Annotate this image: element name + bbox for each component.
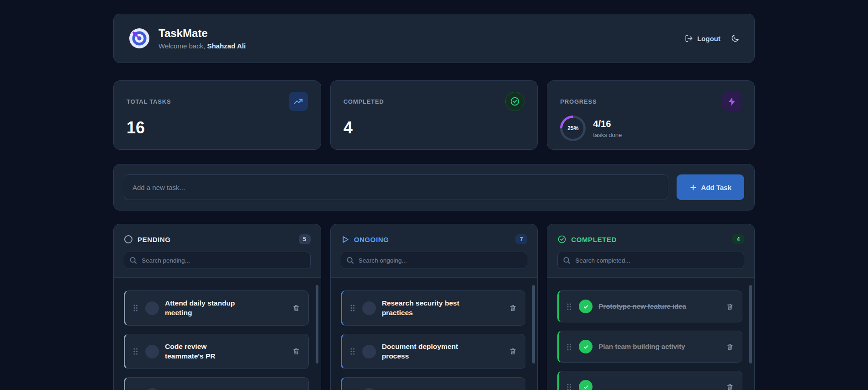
- header-text: TaskMate Welcome back, Shahzad Ali: [159, 27, 246, 50]
- scrollbar-thumb[interactable]: [532, 285, 535, 364]
- app-header: TaskMate Welcome back, Shahzad Ali Logou…: [113, 14, 755, 63]
- progress-percent: 25%: [567, 125, 578, 132]
- trash-icon[interactable]: [507, 302, 519, 314]
- task-card[interactable]: [341, 377, 526, 390]
- stat-total-value: 16: [127, 118, 308, 137]
- drag-handle-icon[interactable]: [349, 304, 356, 312]
- task-checkbox[interactable]: [145, 301, 159, 315]
- task-checkbox[interactable]: [362, 388, 376, 390]
- trash-icon[interactable]: [724, 341, 736, 353]
- column-completed-header: COMPLETED 4: [547, 224, 754, 244]
- task-title: Code review teammate's PR: [165, 342, 247, 361]
- trash-icon[interactable]: [724, 301, 736, 312]
- welcome-prefix: Welcome back,: [159, 42, 205, 50]
- task-checkbox[interactable]: [145, 345, 159, 358]
- ongoing-task-list: Research security best practices Documen…: [331, 278, 538, 390]
- plus-icon: [689, 184, 697, 191]
- progress-caption: tasks done: [593, 132, 622, 138]
- search-icon: [563, 257, 571, 264]
- task-card[interactable]: Prototype new feature idea: [557, 290, 742, 322]
- drag-handle-icon[interactable]: [565, 302, 573, 311]
- stat-total-label: TOTAL TASKS: [127, 98, 171, 105]
- drag-handle-icon[interactable]: [132, 347, 139, 356]
- task-checkbox[interactable]: [362, 345, 376, 358]
- column-ongoing-header: ONGOING 7: [331, 224, 538, 244]
- completed-count-badge: 4: [732, 234, 744, 244]
- circle-icon: [124, 235, 133, 244]
- stat-progress-label: PROGRESS: [560, 98, 597, 105]
- completed-search-input[interactable]: [557, 252, 744, 269]
- progress-body: 25% 4/16 tasks done: [560, 116, 741, 141]
- column-pending: PENDING 5 Attend daily standup meeting: [113, 224, 321, 390]
- stat-progress: PROGRESS 25% 4/16 tasks done: [547, 80, 755, 150]
- task-checkbox-checked[interactable]: [579, 340, 593, 353]
- theme-toggle-button[interactable]: [730, 34, 740, 43]
- task-card[interactable]: [557, 371, 742, 390]
- progress-ratio: 4/16: [593, 119, 622, 129]
- scrollbar-thumb[interactable]: [316, 285, 318, 364]
- trash-icon[interactable]: [291, 302, 302, 314]
- logout-icon: [685, 34, 693, 42]
- trash-icon[interactable]: [724, 381, 736, 390]
- column-pending-header: PENDING 5: [114, 224, 321, 244]
- completed-task-list: Prototype new feature idea Plan team bui…: [547, 278, 754, 390]
- ongoing-search: [341, 252, 528, 269]
- search-icon: [129, 257, 137, 264]
- play-icon: [341, 235, 349, 244]
- task-card[interactable]: Document deployment process: [341, 334, 526, 369]
- trash-icon[interactable]: [507, 346, 519, 357]
- column-pending-title: PENDING: [138, 236, 171, 243]
- trash-icon[interactable]: [291, 346, 302, 357]
- drag-handle-icon[interactable]: [565, 383, 573, 390]
- stat-completed-value: 4: [344, 118, 525, 137]
- add-task-button[interactable]: Add Task: [677, 174, 744, 200]
- moon-icon: [730, 34, 740, 43]
- kanban-columns: PENDING 5 Attend daily standup meeting: [113, 224, 755, 390]
- task-title: Prototype new feature idea: [598, 302, 686, 311]
- add-task-bar: Add Task: [113, 164, 755, 211]
- task-card[interactable]: Research security best practices: [341, 290, 526, 326]
- column-completed-title: COMPLETED: [571, 236, 617, 243]
- task-title: Plan team building activity: [598, 342, 685, 351]
- target-icon: [128, 27, 150, 49]
- drag-handle-icon[interactable]: [132, 304, 139, 312]
- pending-search: [124, 252, 311, 269]
- task-checkbox-checked[interactable]: [579, 300, 593, 313]
- task-card[interactable]: Plan team building activity: [557, 331, 742, 363]
- trending-up-icon: [289, 92, 308, 111]
- check-circle-icon: [557, 235, 566, 244]
- task-title: Document deployment process: [382, 342, 464, 361]
- task-card[interactable]: Attend daily standup meeting: [124, 290, 309, 326]
- ongoing-search-input[interactable]: [341, 252, 528, 269]
- task-card[interactable]: [124, 377, 309, 390]
- stat-total-tasks: TOTAL TASKS 16: [113, 80, 321, 150]
- new-task-input[interactable]: [124, 174, 668, 200]
- add-task-label: Add Task: [701, 184, 731, 191]
- task-checkbox[interactable]: [362, 301, 376, 315]
- column-ongoing-title: ONGOING: [354, 236, 389, 243]
- column-ongoing: ONGOING 7 Research security best practic…: [330, 224, 538, 390]
- logout-label: Logout: [697, 35, 720, 42]
- check-circle-icon: [505, 92, 524, 111]
- header-actions: Logout: [685, 34, 740, 43]
- pending-search-input[interactable]: [124, 252, 311, 269]
- scrollbar-thumb[interactable]: [749, 285, 752, 364]
- completed-search: [557, 252, 744, 269]
- stat-completed-label: COMPLETED: [344, 98, 384, 105]
- column-completed: COMPLETED 4 Prototype new fea: [547, 224, 755, 390]
- drag-handle-icon[interactable]: [565, 343, 573, 351]
- task-card[interactable]: Code review teammate's PR: [124, 334, 309, 369]
- dashboard: TaskMate Welcome back, Shahzad Ali Logou…: [113, 0, 755, 390]
- lightning-icon: [722, 92, 741, 111]
- drag-handle-icon[interactable]: [349, 347, 356, 356]
- logout-button[interactable]: Logout: [685, 34, 720, 42]
- task-checkbox-checked[interactable]: [579, 380, 593, 390]
- pending-count-badge: 5: [299, 234, 311, 244]
- app-title: TaskMate: [159, 27, 246, 40]
- stats-row: TOTAL TASKS 16 COMPLETED 4: [113, 80, 755, 150]
- progress-text: 4/16 tasks done: [593, 119, 622, 138]
- app-brand: TaskMate Welcome back, Shahzad Ali: [128, 27, 246, 50]
- task-title: Attend daily standup meeting: [165, 299, 247, 318]
- task-checkbox[interactable]: [145, 388, 159, 390]
- stat-completed: COMPLETED 4: [330, 80, 538, 150]
